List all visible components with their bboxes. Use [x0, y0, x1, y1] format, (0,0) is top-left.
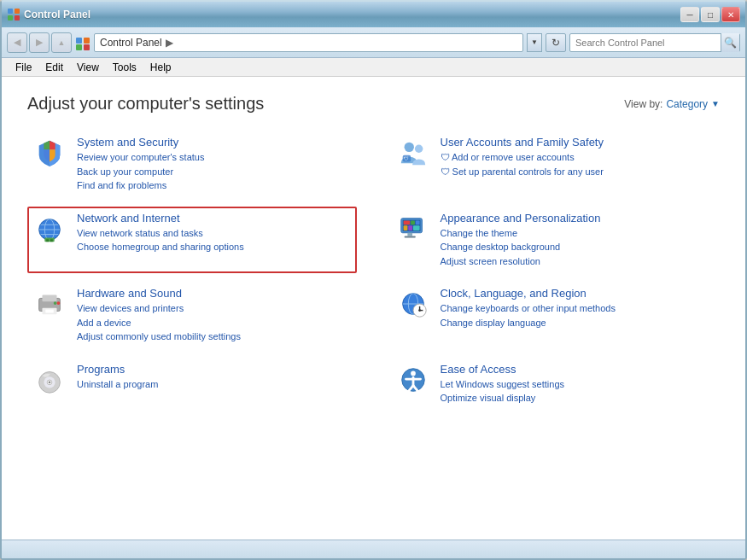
svg-point-42 — [418, 309, 421, 312]
svg-point-48 — [411, 370, 416, 376]
svg-rect-5 — [84, 38, 90, 44]
maximize-button[interactable]: □ — [701, 7, 720, 22]
svg-rect-33 — [45, 310, 53, 313]
user-accounts-link-1[interactable]: 🛡 Add or remove user accounts — [441, 150, 715, 165]
menu-bar: File Edit View Tools Help — [2, 58, 745, 77]
network-internet-link-1[interactable]: View network status and tasks — [77, 226, 352, 241]
close-button[interactable]: ✕ — [721, 7, 740, 22]
search-box: 🔍 — [569, 33, 740, 52]
svg-rect-1 — [15, 9, 20, 14]
page-title: Adjust your computer's settings — [27, 94, 264, 114]
appearance-text: Appearance and Personalization Change th… — [441, 212, 715, 269]
svg-rect-26 — [408, 225, 412, 230]
svg-rect-31 — [42, 295, 56, 302]
appearance-icon — [396, 212, 430, 246]
address-path[interactable]: Control Panel ▶ — [94, 33, 523, 52]
svg-rect-2 — [8, 15, 13, 20]
menu-help[interactable]: Help — [143, 60, 178, 75]
title-bar-left: Control Panel — [7, 8, 90, 21]
svg-text:🛡: 🛡 — [404, 156, 409, 161]
hardware-sound-link-2[interactable]: Add a device — [77, 316, 352, 330]
ease-of-access-text: Ease of Access Let Windows suggest setti… — [441, 363, 715, 405]
up-button[interactable]: ▲ — [51, 32, 72, 53]
programs-icon — [32, 363, 67, 397]
title-bar: Control Panel ─ □ ✕ — [2, 2, 745, 27]
address-dropdown[interactable]: ▼ — [527, 33, 542, 52]
menu-tools[interactable]: Tools — [106, 60, 143, 75]
category-clock-region: Clock, Language, and Region Change keybo… — [391, 282, 721, 349]
clock-region-link-1[interactable]: Change keyboards or other input methods — [441, 301, 715, 316]
svg-point-9 — [414, 145, 422, 153]
ease-of-access-title[interactable]: Ease of Access — [441, 363, 715, 376]
status-bar — [2, 540, 745, 558]
system-security-text: System and Security Review your computer… — [77, 136, 352, 193]
appearance-link-2[interactable]: Change desktop background — [441, 240, 715, 254]
svg-rect-25 — [403, 225, 407, 230]
system-security-link-2[interactable]: Back up your computer — [77, 165, 352, 179]
title-bar-buttons: ─ □ ✕ — [680, 7, 740, 22]
view-by-arrow-icon[interactable]: ▼ — [711, 99, 720, 108]
user-accounts-text: User Accounts and Family Safety 🛡 Add or… — [441, 136, 715, 178]
svg-rect-22 — [403, 220, 410, 225]
network-internet-link-2[interactable]: Choose homegroup and sharing options — [77, 240, 352, 254]
nav-buttons: ◀ ▶ ▲ — [7, 32, 72, 53]
user-accounts-title[interactable]: User Accounts and Family Safety — [441, 136, 715, 149]
hardware-sound-title[interactable]: Hardware and Sound — [77, 287, 352, 300]
view-by: View by: Category ▼ — [624, 98, 720, 110]
page-header: Adjust your computer's settings View by:… — [27, 94, 720, 114]
category-ease-of-access: Ease of Access Let Windows suggest setti… — [391, 358, 721, 411]
svg-rect-4 — [76, 38, 82, 44]
search-button[interactable]: 🔍 — [721, 33, 739, 52]
menu-edit[interactable]: Edit — [38, 60, 70, 75]
system-security-link-1[interactable]: Review your computer's status — [77, 150, 352, 165]
path-arrow: ▶ — [166, 37, 173, 49]
ease-of-access-link-2[interactable]: Optimize visual display — [441, 391, 715, 405]
category-network-internet: Network and Internet View network status… — [27, 207, 357, 274]
refresh-button[interactable]: ↻ — [546, 33, 566, 52]
svg-rect-0 — [8, 9, 13, 14]
back-button[interactable]: ◀ — [7, 32, 27, 53]
user-accounts-link-2[interactable]: 🛡 Set up parental controls for any user — [441, 165, 715, 179]
svg-point-35 — [57, 301, 61, 305]
ease-of-access-link-1[interactable]: Let Windows suggest settings — [441, 377, 715, 392]
main-window: Control Panel ─ □ ✕ ◀ ▶ ▲ Control Panel … — [0, 0, 747, 560]
svg-rect-19 — [50, 239, 53, 242]
menu-view[interactable]: View — [70, 60, 106, 75]
appearance-title[interactable]: Appearance and Personalization — [441, 212, 715, 225]
ease-of-access-icon — [396, 363, 430, 397]
minimize-button[interactable]: ─ — [680, 7, 699, 22]
svg-rect-27 — [413, 225, 420, 230]
svg-rect-18 — [46, 239, 49, 242]
view-by-label: View by: — [624, 98, 662, 110]
svg-rect-7 — [84, 44, 90, 50]
svg-rect-24 — [415, 220, 419, 225]
programs-link-1[interactable]: Uninstall a program — [77, 377, 352, 392]
clock-region-title[interactable]: Clock, Language, and Region — [441, 287, 715, 300]
forward-button[interactable]: ▶ — [29, 32, 50, 53]
appearance-link-1[interactable]: Change the theme — [441, 226, 715, 241]
appearance-link-3[interactable]: Adjust screen resolution — [441, 254, 715, 269]
hardware-sound-icon — [32, 287, 67, 321]
clock-region-icon — [396, 287, 430, 321]
programs-title[interactable]: Programs — [77, 363, 352, 376]
svg-rect-3 — [15, 15, 20, 20]
menu-file[interactable]: File — [9, 60, 38, 75]
view-by-value[interactable]: Category — [666, 98, 708, 110]
path-control-panel: Control Panel — [100, 37, 162, 49]
network-internet-title[interactable]: Network and Internet — [77, 212, 352, 225]
search-input[interactable] — [570, 38, 721, 48]
programs-text: Programs Uninstall a program — [77, 363, 352, 392]
svg-point-34 — [54, 301, 57, 305]
system-security-title[interactable]: System and Security — [77, 136, 352, 149]
category-user-accounts: 🛡 User Accounts and Family Safety 🛡 Add … — [391, 131, 721, 198]
system-security-link-3[interactable]: Find and fix problems — [77, 178, 352, 193]
hardware-sound-link-3[interactable]: Adjust commonly used mobility settings — [77, 330, 352, 344]
clock-region-text: Clock, Language, and Region Change keybo… — [441, 287, 715, 330]
hardware-sound-link-1[interactable]: View devices and printers — [77, 301, 352, 316]
categories-grid: System and Security Review your computer… — [27, 131, 720, 411]
clock-region-link-2[interactable]: Change display language — [441, 316, 715, 330]
svg-rect-23 — [411, 220, 415, 225]
svg-rect-6 — [76, 44, 82, 50]
main-content: Adjust your computer's settings View by:… — [2, 77, 745, 540]
category-system-security: System and Security Review your computer… — [27, 131, 357, 198]
